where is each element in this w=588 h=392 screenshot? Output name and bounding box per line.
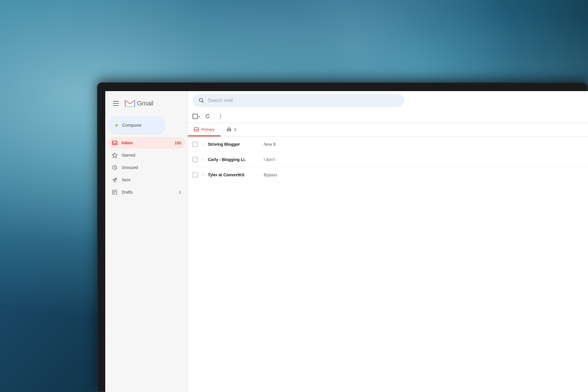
primary-tab-icon <box>194 127 199 132</box>
email-preview: I don't <box>264 157 583 162</box>
svg-point-7 <box>220 116 221 117</box>
star-toggle-icon[interactable]: ☆ <box>201 172 205 177</box>
sidebar-item-inbox[interactable]: Inbox 152 <box>108 137 185 149</box>
svg-rect-4 <box>113 190 117 194</box>
search-bar-row: Search mail <box>188 91 588 109</box>
inbox-icon <box>112 140 118 146</box>
email-checkbox[interactable] <box>193 157 198 162</box>
sidebar-label-starred: Starred <box>122 153 135 158</box>
star-toggle-icon[interactable]: ☆ <box>201 141 205 147</box>
select-all-checkbox[interactable]: ▾ <box>193 114 200 119</box>
svg-point-8 <box>220 118 221 119</box>
sent-icon <box>112 177 118 183</box>
email-sender: Tyler at ConvertKit <box>208 172 261 177</box>
email-list: ☆ Striving Blogger New B ☆ Carly - Blogg… <box>188 137 588 392</box>
svg-point-12 <box>230 129 231 130</box>
toolbar-row: ▾ <box>188 109 588 123</box>
svg-marker-2 <box>112 153 117 158</box>
sidebar-item-drafts[interactable]: Drafts 1 <box>108 186 185 198</box>
compose-button-container: + Compose <box>105 112 188 137</box>
search-bar[interactable]: Search mail <box>193 94 404 107</box>
email-preview: New B <box>264 142 583 147</box>
sidebar: Gmail + Compose Inbox 152 <box>105 91 188 392</box>
sidebar-header: Gmail <box>105 94 188 112</box>
tab-social-label: S <box>234 127 237 132</box>
sidebar-label-drafts: Drafts <box>122 190 133 195</box>
svg-point-10 <box>228 128 230 129</box>
gmail-wordmark: Gmail <box>137 100 153 107</box>
refresh-icon <box>205 114 210 119</box>
tab-primary-label: Primary <box>201 127 215 132</box>
more-vert-icon <box>220 114 221 119</box>
email-checkbox[interactable] <box>193 172 198 177</box>
search-icon <box>198 98 204 103</box>
snoozed-icon <box>112 165 118 170</box>
sidebar-label-sent: Sent <box>122 177 130 182</box>
more-options-button[interactable] <box>215 111 226 122</box>
main-content: Search mail ▾ <box>188 91 588 392</box>
menu-button[interactable] <box>110 98 122 109</box>
gmail-logo: Gmail <box>125 98 153 109</box>
svg-point-6 <box>220 114 221 115</box>
email-row[interactable]: ☆ Tyler at ConvertKit Bypass <box>188 167 588 182</box>
hamburger-icon <box>113 101 119 106</box>
drafts-count: 1 <box>179 190 181 195</box>
svg-point-11 <box>227 129 228 130</box>
sidebar-item-snoozed[interactable]: Snoozed <box>108 162 185 173</box>
checkbox-icon <box>193 114 198 119</box>
email-preview: Bypass <box>264 172 583 177</box>
search-placeholder: Search mail <box>208 98 233 103</box>
inbox-count: 152 <box>175 141 181 145</box>
tab-social[interactable]: S <box>220 123 243 136</box>
star-toggle-icon[interactable]: ☆ <box>201 157 205 162</box>
tab-primary[interactable]: Primary <box>188 123 220 136</box>
email-checkbox[interactable] <box>193 142 198 147</box>
compose-label: Compose <box>122 123 141 128</box>
drafts-icon <box>112 189 118 195</box>
social-tab-icon <box>226 127 232 132</box>
sidebar-label-inbox: Inbox <box>122 140 133 145</box>
email-row[interactable]: ☆ Carly - Blogging Li. I don't <box>188 152 588 167</box>
compose-button[interactable]: + Compose <box>109 116 165 133</box>
star-icon <box>112 152 118 158</box>
sidebar-item-starred[interactable]: Starred <box>108 149 185 161</box>
email-row[interactable]: ☆ Striving Blogger New B <box>188 137 588 152</box>
tabs-row: Primary S <box>188 123 588 137</box>
sidebar-label-snoozed: Snoozed <box>122 165 138 170</box>
refresh-button[interactable] <box>202 111 213 122</box>
email-sender: Carly - Blogging Li. <box>208 157 261 162</box>
gmail-screen: Gmail + Compose Inbox 152 <box>105 91 588 392</box>
email-sender: Striving Blogger <box>208 142 261 147</box>
sidebar-nav: Inbox 152 Starred <box>105 137 188 198</box>
gmail-m-icon <box>125 98 135 109</box>
chevron-down-icon: ▾ <box>198 115 200 118</box>
sidebar-item-sent[interactable]: Sent <box>108 174 185 186</box>
compose-plus-icon: + <box>114 121 118 129</box>
